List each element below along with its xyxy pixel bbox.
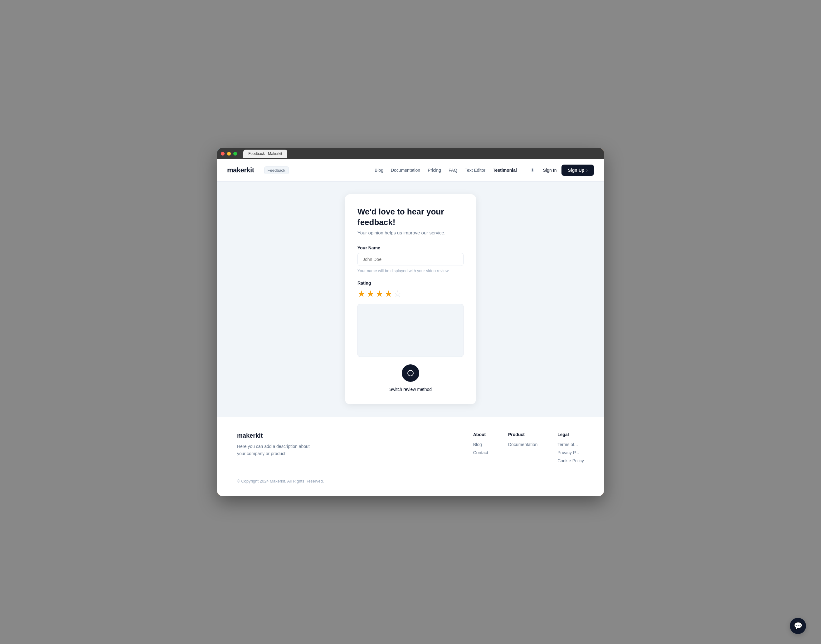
footer-legal-title: Legal bbox=[557, 432, 584, 437]
video-preview-area bbox=[357, 304, 464, 357]
nav-actions: ☀ Sign In Sign Up › bbox=[527, 165, 594, 176]
footer-logo: makerkit bbox=[237, 432, 453, 439]
main-content: We'd love to hear your feedback! Your op… bbox=[217, 182, 604, 417]
record-btn-container bbox=[357, 364, 464, 382]
close-dot bbox=[221, 152, 224, 156]
footer-product-title: Product bbox=[508, 432, 537, 437]
name-input[interactable] bbox=[357, 253, 464, 266]
footer-col-legal: Legal Terms of... Privacy P... Cookie Po… bbox=[557, 432, 584, 466]
footer-copyright: © Copyright 2024 Makerkit. All Rights Re… bbox=[237, 479, 584, 483]
footer-col-about: About Blog Contact bbox=[473, 432, 488, 466]
signup-label: Sign Up bbox=[568, 168, 584, 173]
name-hint: Your name will be displayed with your vi… bbox=[357, 268, 464, 273]
star-rating: ★ ★ ★ ★ ☆ bbox=[357, 289, 464, 299]
footer-description: Here you can add a description about you… bbox=[237, 443, 312, 457]
footer: makerkit Here you can add a description … bbox=[217, 417, 604, 496]
chat-fab-button[interactable]: 💬 bbox=[790, 618, 806, 634]
browser-tab[interactable]: Feedback - Makerkit bbox=[243, 150, 287, 158]
star-2[interactable]: ★ bbox=[366, 289, 374, 299]
outer-frame: Feedback - Makerkit makerkit Feedback Bl… bbox=[217, 148, 604, 496]
nav-link-testimonial[interactable]: Testimonial bbox=[493, 168, 517, 173]
nav-links: Blog Documentation Pricing FAQ Text Edit… bbox=[375, 168, 517, 173]
theme-toggle-button[interactable]: ☀ bbox=[527, 165, 538, 176]
footer-link-contact[interactable]: Contact bbox=[473, 450, 488, 455]
switch-method-link[interactable]: Switch review method bbox=[357, 387, 464, 392]
navbar: makerkit Feedback Blog Documentation Pri… bbox=[217, 159, 604, 182]
minimize-dot bbox=[227, 152, 231, 156]
logo: makerkit bbox=[227, 166, 254, 174]
nav-link-documentation[interactable]: Documentation bbox=[391, 168, 420, 173]
record-button[interactable] bbox=[402, 364, 419, 382]
footer-brand: makerkit Here you can add a description … bbox=[237, 432, 453, 466]
star-4[interactable]: ★ bbox=[384, 289, 392, 299]
rating-label: Rating bbox=[357, 281, 464, 285]
nav-link-texteditor[interactable]: Text Editor bbox=[465, 168, 485, 173]
signup-arrow: › bbox=[586, 168, 588, 173]
card-subtitle: Your opinion helps us improve our servic… bbox=[357, 230, 464, 235]
nav-link-pricing[interactable]: Pricing bbox=[427, 168, 441, 173]
record-icon bbox=[407, 370, 414, 376]
star-3[interactable]: ★ bbox=[375, 289, 383, 299]
browser-tab-bar: Feedback - Makerkit bbox=[217, 148, 604, 159]
footer-link-blog[interactable]: Blog bbox=[473, 442, 488, 447]
nav-link-faq[interactable]: FAQ bbox=[449, 168, 457, 173]
maximize-dot bbox=[233, 152, 237, 156]
signup-button[interactable]: Sign Up › bbox=[561, 165, 594, 176]
footer-col-product: Product Documentation bbox=[508, 432, 537, 466]
footer-link-privacy[interactable]: Privacy P... bbox=[557, 450, 584, 455]
signin-button[interactable]: Sign In bbox=[543, 168, 557, 173]
footer-link-documentation[interactable]: Documentation bbox=[508, 442, 537, 447]
footer-columns: About Blog Contact Product Documentation… bbox=[473, 432, 584, 466]
star-5[interactable]: ☆ bbox=[394, 289, 401, 299]
feedback-card: We'd love to hear your feedback! Your op… bbox=[345, 194, 476, 405]
nav-link-blog[interactable]: Blog bbox=[375, 168, 383, 173]
browser-chrome: Feedback - Makerkit makerkit Feedback Bl… bbox=[217, 148, 604, 496]
star-1[interactable]: ★ bbox=[357, 289, 365, 299]
footer-link-cookie[interactable]: Cookie Policy bbox=[557, 458, 584, 463]
footer-link-terms[interactable]: Terms of... bbox=[557, 442, 584, 447]
card-title: We'd love to hear your feedback! bbox=[357, 207, 464, 228]
page-wrapper: makerkit Feedback Blog Documentation Pri… bbox=[217, 159, 604, 496]
nav-badge: Feedback bbox=[264, 166, 289, 174]
name-label: Your Name bbox=[357, 245, 464, 250]
chat-icon: 💬 bbox=[794, 622, 802, 630]
footer-about-title: About bbox=[473, 432, 488, 437]
footer-grid: makerkit Here you can add a description … bbox=[237, 432, 584, 466]
